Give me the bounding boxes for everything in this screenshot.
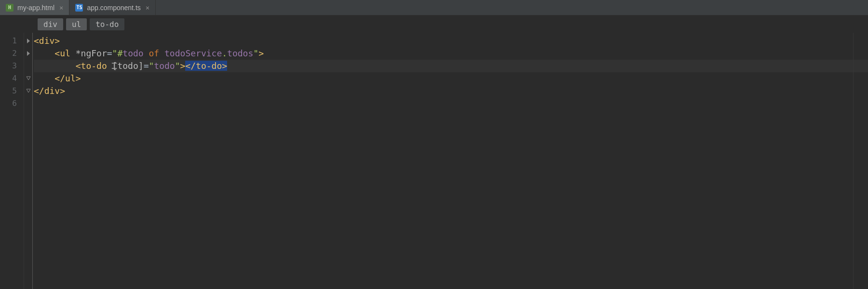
- close-icon[interactable]: ×: [145, 4, 150, 12]
- line-number: 3: [0, 60, 24, 72]
- fold-toggle-icon[interactable]: [24, 35, 32, 47]
- code-editor[interactable]: 1 2 3 4 5 6 <div> <ul *ngFor="#todo of t…: [0, 33, 868, 289]
- svg-marker-0: [27, 39, 30, 43]
- breadcrumb-item-ul[interactable]: ul: [66, 18, 87, 30]
- line-number: 6: [0, 97, 24, 110]
- tab-label: app.component.ts: [87, 4, 140, 12]
- code-content[interactable]: <div> <ul *ngFor="#todo of todoService.t…: [33, 33, 868, 289]
- fold-end-icon[interactable]: [24, 72, 32, 85]
- tab-label: my-app.html: [17, 4, 54, 12]
- code-line: </div>: [34, 85, 868, 97]
- fold-toggle-icon[interactable]: [24, 47, 32, 60]
- fold-gutter: [24, 33, 33, 289]
- breadcrumb: div ul to-do: [0, 15, 868, 33]
- svg-marker-3: [27, 89, 30, 92]
- line-number: 1: [0, 35, 24, 47]
- tab-bar: H my-app.html × TS app.component.ts ×: [0, 0, 868, 15]
- line-number: 2: [0, 47, 24, 60]
- line-number: 5: [0, 85, 24, 97]
- code-line-current: <to-do [todo]="todo"></to-do>: [34, 60, 868, 72]
- svg-marker-1: [27, 51, 30, 56]
- fold-marker: [24, 60, 32, 72]
- close-icon[interactable]: ×: [58, 4, 64, 12]
- fold-end-icon[interactable]: [24, 85, 32, 97]
- breadcrumb-item-todo[interactable]: to-do: [90, 18, 124, 30]
- html-file-icon: H: [6, 4, 14, 12]
- fold-marker: [24, 97, 32, 110]
- code-line: <div>: [34, 35, 868, 47]
- ts-file-icon: TS: [75, 4, 83, 12]
- svg-marker-2: [27, 77, 30, 80]
- breadcrumb-item-div[interactable]: div: [38, 18, 63, 30]
- code-line: <ul *ngFor="#todo of todoService.todos">: [34, 47, 868, 60]
- code-line: [34, 97, 868, 110]
- code-line: </ul>: [34, 72, 868, 85]
- right-margin-line: [853, 33, 854, 289]
- tab-app-component-ts[interactable]: TS app.component.ts ×: [69, 0, 156, 15]
- line-number: 4: [0, 72, 24, 85]
- line-number-gutter: 1 2 3 4 5 6: [0, 33, 24, 289]
- tab-my-app-html[interactable]: H my-app.html ×: [0, 0, 69, 15]
